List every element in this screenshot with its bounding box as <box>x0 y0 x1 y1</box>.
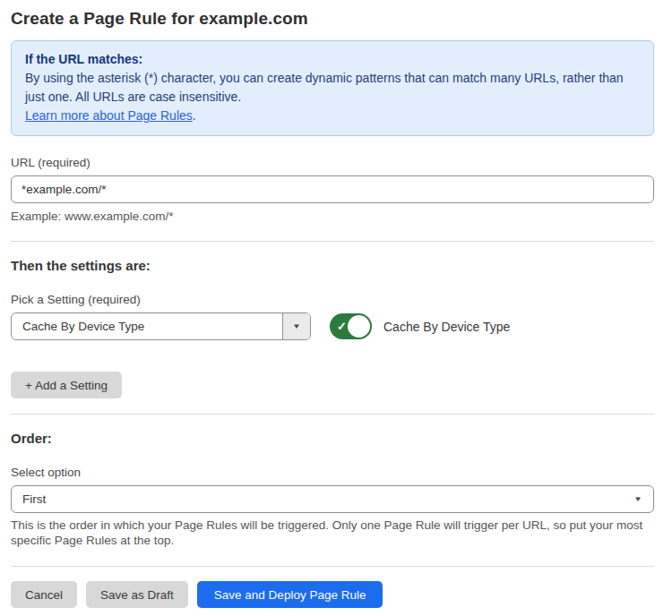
page-title: Create a Page Rule for example.com <box>11 9 654 29</box>
learn-more-link[interactable]: Learn more about Page Rules <box>25 108 193 123</box>
order-select-value: First <box>12 492 56 506</box>
add-setting-button[interactable]: + Add a Setting <box>11 372 122 398</box>
url-match-info-box: If the URL matches: By using the asteris… <box>11 40 654 136</box>
save-draft-button[interactable]: Save as Draft <box>86 581 188 608</box>
check-icon: ✓ <box>337 321 347 332</box>
info-box-link-line: Learn more about Page Rules. <box>25 107 640 125</box>
order-section-heading: Order: <box>11 431 654 446</box>
url-example-helper: Example: www.example.com/* <box>11 210 654 223</box>
divider <box>11 566 654 567</box>
pick-setting-label: Pick a Setting (required) <box>11 293 654 306</box>
order-helper-text: This is the order in which your Page Rul… <box>11 518 654 548</box>
toggle-knob <box>348 315 370 338</box>
setting-row: Cache By Device Type ▼ ✓ Cache By Device… <box>11 312 654 340</box>
select-option-label: Select option <box>11 466 654 479</box>
link-period: . <box>193 108 196 123</box>
chevron-down-icon: ▼ <box>292 323 301 330</box>
divider <box>11 414 654 415</box>
info-box-body: By using the asterisk (*) character, you… <box>25 69 640 107</box>
divider <box>11 241 654 242</box>
create-page-rule-form: Create a Page Rule for example.com If th… <box>0 0 672 616</box>
setting-toggle[interactable]: ✓ <box>330 313 372 339</box>
url-input[interactable] <box>11 175 654 203</box>
setting-select-value: Cache By Device Type <box>12 320 155 333</box>
settings-section-heading: Then the settings are: <box>11 258 654 273</box>
form-actions: Cancel Save as Draft Save and Deploy Pag… <box>11 581 654 616</box>
info-box-heading: If the URL matches: <box>25 50 640 69</box>
setting-toggle-label: Cache By Device Type <box>383 320 510 334</box>
chevron-down-icon: ▼ <box>633 496 642 503</box>
save-deploy-button[interactable]: Save and Deploy Page Rule <box>197 581 383 608</box>
setting-select[interactable]: Cache By Device Type ▼ <box>11 312 311 340</box>
url-label: URL (required) <box>11 156 654 169</box>
cancel-button[interactable]: Cancel <box>11 581 77 608</box>
setting-select-arrow-button[interactable]: ▼ <box>282 313 310 339</box>
order-select[interactable]: First ▼ <box>11 485 654 513</box>
